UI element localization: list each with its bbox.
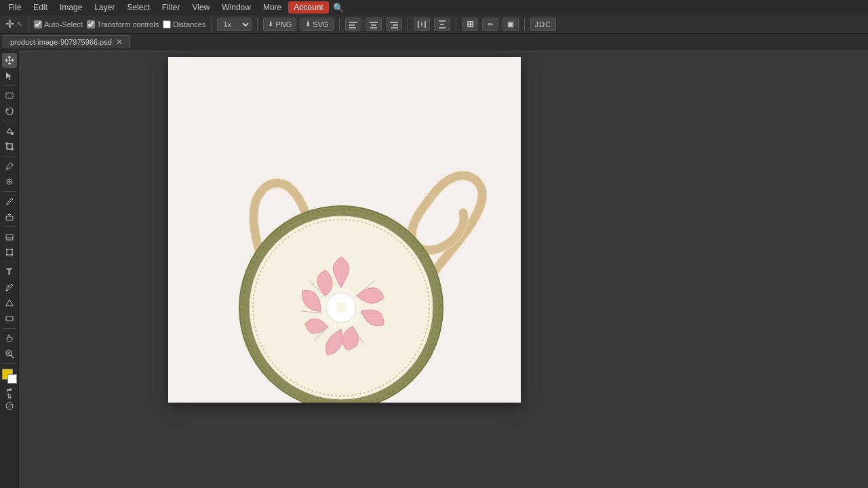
transform-controls-checkbox[interactable] — [87, 20, 95, 28]
svg-point-23 — [5, 254, 7, 256]
tab-filename: product-image-907975966.psd — [10, 38, 112, 46]
separator-4 — [339, 18, 340, 30]
export-svg-button[interactable]: ⬇ SVG — [300, 18, 333, 31]
tool-sep-1 — [3, 85, 16, 86]
tool-sep-8 — [3, 363, 16, 364]
distribute-h-button[interactable] — [414, 18, 430, 31]
svg-rect-10 — [421, 22, 422, 26]
menu-view[interactable]: View — [186, 1, 215, 14]
svg-point-44 — [336, 302, 347, 313]
svg-rect-15 — [6, 93, 13, 98]
file-tab[interactable]: product-image-907975966.psd ✕ — [3, 35, 130, 48]
svg-rect-12 — [439, 20, 446, 22]
svg-rect-19 — [6, 235, 13, 240]
distances-checkbox-label[interactable]: Distances — [163, 20, 205, 28]
menu-edit[interactable]: Edit — [28, 1, 53, 14]
align-right-button[interactable] — [386, 18, 402, 31]
auto-select-checkbox-label[interactable]: Auto-Select — [34, 20, 83, 28]
tool-text[interactable]: T — [2, 264, 17, 279]
tool-rectangle[interactable] — [2, 311, 17, 326]
tool-mask[interactable] — [2, 400, 17, 412]
svg-rect-8 — [391, 27, 398, 28]
tab-close-button[interactable]: ✕ — [116, 38, 123, 46]
tabbar: product-image-907975966.psd ✕ — [0, 34, 868, 50]
svg-point-24 — [11, 254, 12, 256]
tool-zoom[interactable] — [2, 346, 17, 361]
svg-rect-5 — [370, 27, 377, 28]
more-align-button[interactable]: ⊞ — [462, 18, 478, 31]
canvas-document — [168, 57, 521, 403]
tool-move[interactable] — [2, 53, 17, 68]
separator-6 — [456, 18, 456, 30]
svg-rect-1 — [349, 24, 355, 26]
separator-5 — [408, 18, 408, 30]
search-icon[interactable]: 🔍 — [333, 3, 344, 13]
main-area: T ⇄⇅ — [0, 50, 868, 488]
toolbar: ✛ ↖ Auto-Select Transform controls Dista… — [0, 15, 868, 34]
svg-rect-7 — [393, 24, 398, 26]
svg-rect-18 — [6, 216, 13, 220]
tool-shape[interactable] — [2, 296, 17, 310]
export-png-button[interactable]: ⬇ PNG — [263, 18, 296, 31]
separator-1 — [28, 18, 28, 30]
tool-pen[interactable] — [2, 280, 17, 295]
tool-sep-5 — [3, 226, 16, 227]
tool-sep-6 — [3, 262, 16, 262]
transform-controls-checkbox-label[interactable]: Transform controls — [87, 20, 159, 28]
tool-hand[interactable] — [2, 331, 17, 346]
tool-marquee[interactable] — [2, 88, 17, 103]
svg-rect-13 — [440, 24, 444, 25]
tool-sep-7 — [3, 328, 16, 329]
separator-7 — [524, 18, 525, 30]
jdc-button[interactable]: JΩC — [530, 18, 557, 31]
svg-point-22 — [11, 249, 12, 250]
menu-select[interactable]: Select — [121, 1, 155, 14]
svg-rect-2 — [349, 27, 356, 28]
svg-rect-14 — [439, 27, 446, 28]
tool-sep-3 — [3, 156, 16, 157]
menu-image[interactable]: Image — [54, 1, 87, 14]
tool-lasso[interactable] — [2, 104, 17, 119]
svg-rect-9 — [418, 21, 419, 28]
separator-2 — [211, 18, 212, 30]
canvas-image — [168, 57, 521, 403]
tool-eyedropper[interactable] — [2, 159, 17, 174]
svg-point-25 — [7, 285, 9, 287]
move-tool-sub-icon[interactable]: ↖ — [17, 20, 22, 28]
canvas-area — [19, 50, 868, 488]
background-color[interactable] — [7, 374, 17, 384]
svg-marker-26 — [6, 300, 13, 306]
tool-heal[interactable] — [2, 174, 17, 189]
tool-eraser[interactable] — [2, 229, 17, 244]
menu-more[interactable]: More — [258, 1, 287, 14]
tool-brush[interactable] — [2, 194, 17, 209]
distances-checkbox[interactable] — [163, 20, 171, 28]
menubar: File Edit Image Layer Select Filter View… — [0, 0, 868, 15]
spacing-button[interactable]: ⇔ — [482, 18, 498, 31]
align-center-button[interactable] — [366, 18, 382, 31]
svg-rect-3 — [370, 22, 378, 23]
toolbox: T ⇄⇅ — [0, 50, 19, 488]
menu-window[interactable]: Window — [216, 1, 256, 14]
tool-crop[interactable] — [2, 139, 17, 154]
arrange-button[interactable]: ▣ — [502, 18, 519, 31]
tool-sep-2 — [3, 121, 16, 121]
tool-extra-1[interactable]: ⇄⇅ — [2, 387, 17, 399]
svg-rect-4 — [371, 24, 376, 26]
tool-stamp[interactable] — [2, 209, 17, 224]
auto-select-checkbox[interactable] — [34, 20, 42, 28]
tool-sep-4 — [3, 191, 16, 192]
tool-fill[interactable] — [2, 123, 17, 138]
color-swatches — [2, 369, 17, 384]
move-tool-icon[interactable]: ✛ — [5, 18, 14, 30]
menu-account[interactable]: Account — [288, 1, 328, 14]
zoom-select[interactable]: 1x 2x 0.5x — [217, 18, 252, 31]
download-icon: ⬇ — [268, 20, 273, 28]
menu-file[interactable]: File — [3, 1, 26, 14]
align-left-button[interactable] — [345, 18, 361, 31]
menu-layer[interactable]: Layer — [89, 1, 120, 14]
distribute-v-button[interactable] — [434, 18, 450, 31]
menu-filter[interactable]: Filter — [157, 1, 186, 14]
tool-select[interactable] — [2, 68, 17, 83]
tool-transform[interactable] — [2, 245, 17, 260]
